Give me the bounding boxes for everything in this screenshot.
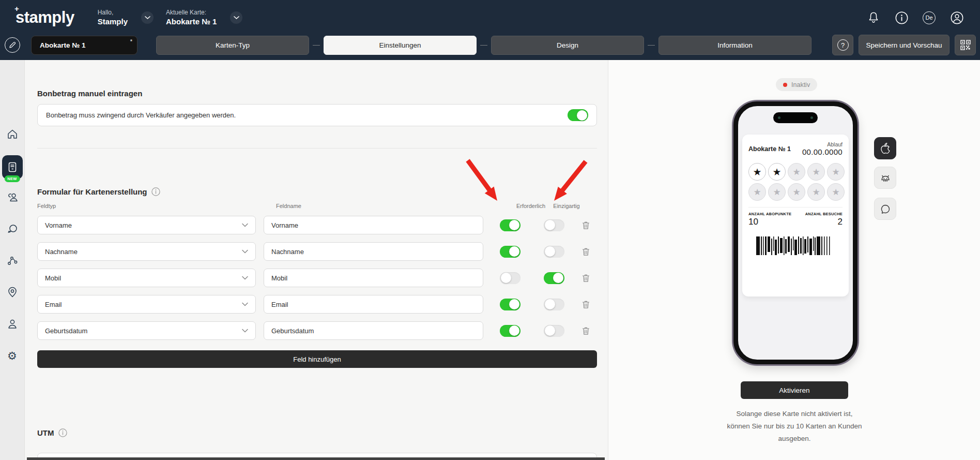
chevron-down-icon <box>242 302 248 306</box>
delete-field-button[interactable] <box>571 300 600 309</box>
select-value: Vorname <box>45 221 72 229</box>
unique-toggle[interactable] <box>544 299 564 310</box>
sidebar-item-customers[interactable] <box>2 187 23 207</box>
location-pin-icon <box>7 286 18 299</box>
notifications-button[interactable] <box>867 11 880 24</box>
unique-toggle[interactable] <box>544 272 564 284</box>
qr-icon <box>960 40 971 50</box>
required-toggle[interactable] <box>500 272 520 284</box>
section-title-text: Bonbetrag manuel eintragen <box>37 89 142 98</box>
qr-code-button[interactable] <box>955 35 976 55</box>
profile-button[interactable] <box>950 11 963 24</box>
info-button[interactable] <box>895 11 908 24</box>
unique-toggle[interactable] <box>544 246 564 258</box>
loyalty-card-preview: Abokarte № 1 Ablauf 00.00.0000 ★ ★ ★ ★ ★… <box>742 135 849 296</box>
sidebar-item-account[interactable] <box>2 314 23 334</box>
activate-button[interactable]: Aktivieren <box>741 381 848 399</box>
current-card: Aktuelle Karte: Abokarte № 1 <box>166 9 217 26</box>
card-dropdown-chevron[interactable] <box>230 11 242 24</box>
required-toggle[interactable] <box>500 246 520 258</box>
tab-design[interactable]: Design <box>491 36 644 55</box>
feldname-input[interactable]: Nachname <box>264 242 483 261</box>
stamp-grid: ★ ★ ★ ★ ★ ★ ★ ★ ★ ★ <box>748 163 843 207</box>
feldname-input[interactable]: Vorname <box>264 216 483 234</box>
chat-bubble-icon <box>880 203 891 215</box>
network-nodes-icon <box>7 255 18 266</box>
feldtyp-select[interactable]: Vorname <box>37 216 256 234</box>
points-value: 10 <box>748 217 791 227</box>
required-toggle[interactable] <box>500 325 520 337</box>
add-field-button[interactable]: Feld hinzufügen <box>37 350 597 368</box>
tab-einstellungen[interactable]: Einstellungen <box>324 36 477 55</box>
status-dot-icon <box>783 83 787 87</box>
delete-field-button[interactable] <box>571 221 600 230</box>
card-pass-icon <box>7 161 18 173</box>
feldname-input[interactable]: Email <box>264 295 483 314</box>
visits-value: 2 <box>805 217 843 227</box>
input-value: Email <box>271 301 288 308</box>
edit-card-button[interactable] <box>5 37 20 53</box>
sidebar-item-messages[interactable] <box>2 219 23 240</box>
language-switcher[interactable]: De <box>923 11 936 24</box>
sidebar-item-integrations[interactable] <box>2 250 23 271</box>
toolbar-actions: ? Speichern und Vorschau <box>832 35 976 55</box>
stamp-star-icon: ★ <box>768 163 786 181</box>
feldtyp-select[interactable]: Mobil <box>37 269 256 287</box>
tab-connector <box>648 45 655 46</box>
account-dropdown-chevron[interactable] <box>141 11 154 24</box>
stamp-star-icon: ★ <box>768 183 786 201</box>
header-actions: De <box>867 11 963 24</box>
form-field-row: Geburtsdatum Geburtsdatum <box>37 321 609 340</box>
feldtyp-select[interactable]: Geburtsdatum <box>37 321 256 340</box>
android-wallet-button[interactable] <box>874 167 896 189</box>
camera-lens-icon <box>778 116 780 119</box>
stamply-logo[interactable]: + stamply <box>16 8 74 27</box>
delete-field-button[interactable] <box>571 327 600 335</box>
stamp-star-icon: ★ <box>748 183 766 201</box>
card-name-button[interactable]: Abokarte № 1 * <box>31 36 137 55</box>
tab-karten-typ[interactable]: Karten-Typ <box>156 36 309 55</box>
chat-preview-button[interactable] <box>874 198 896 220</box>
apple-wallet-button[interactable] <box>874 137 896 159</box>
stamp-star-icon: ★ <box>827 183 845 201</box>
unique-toggle[interactable] <box>544 325 564 337</box>
info-circle-icon[interactable] <box>151 187 160 196</box>
horizontal-scrollbar[interactable] <box>27 457 605 460</box>
activate-label: Aktivieren <box>779 387 809 394</box>
greeting-label: Hallo, <box>98 9 128 17</box>
sidebar-item-home[interactable] <box>2 124 23 144</box>
save-and-preview-button[interactable]: Speichern und Vorschau <box>859 35 950 55</box>
stamp-star-icon: ★ <box>827 163 845 181</box>
feldname-input[interactable]: Mobil <box>264 269 483 287</box>
help-button[interactable]: ? <box>832 35 853 55</box>
points-label: ANZAHL ABOPUNKTE <box>748 212 791 216</box>
delete-field-button[interactable] <box>571 274 600 283</box>
status-badge: Inaktiv <box>776 78 817 91</box>
stamp-star-icon: ★ <box>788 183 805 201</box>
sidebar-item-settings[interactable]: ⚙ <box>2 345 23 366</box>
feldtyp-select[interactable]: Email <box>37 295 256 314</box>
apple-icon <box>880 142 891 155</box>
sidebar-item-locations[interactable] <box>2 282 23 303</box>
feldtyp-select[interactable]: Nachname <box>37 242 256 261</box>
greeting-name: Stamply <box>98 17 128 26</box>
chevron-down-icon <box>242 223 248 227</box>
tab-information[interactable]: Information <box>659 36 811 55</box>
card-name-label: Abokarte № 1 <box>40 41 86 49</box>
sidebar-item-cards[interactable]: NEW <box>2 155 23 179</box>
bonbetrag-toggle[interactable] <box>568 109 588 121</box>
required-toggle[interactable] <box>500 219 520 231</box>
info-circle-icon[interactable] <box>58 428 67 437</box>
delete-field-button[interactable] <box>571 247 600 256</box>
required-toggle[interactable] <box>500 299 520 310</box>
input-value: Vorname <box>271 221 298 229</box>
logo-text: stamply <box>16 8 74 26</box>
column-header-einzigartig: Einzigartig <box>549 203 584 209</box>
column-header-feldtyp: Feldtyp <box>37 203 56 209</box>
status-label: Inaktiv <box>791 81 810 88</box>
trash-icon <box>582 274 590 283</box>
unique-toggle[interactable] <box>544 219 564 231</box>
barcode <box>748 236 843 255</box>
feldname-input[interactable]: Geburtsdatum <box>264 321 483 340</box>
current-card-name: Abokarte № 1 <box>166 17 217 26</box>
